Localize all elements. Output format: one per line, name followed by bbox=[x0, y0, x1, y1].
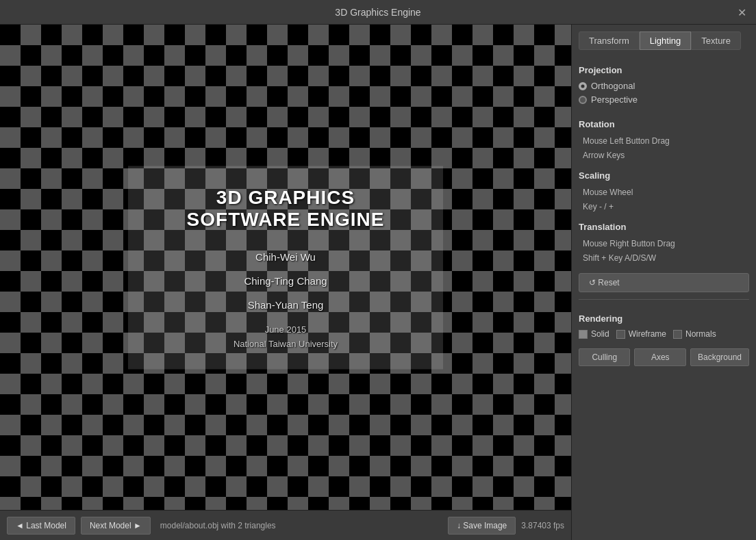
author-2: Ching-Ting Chang bbox=[169, 274, 402, 286]
tab-bar: Transform Lighting Texture bbox=[579, 31, 749, 50]
axes-button[interactable]: Axes bbox=[634, 348, 685, 366]
solid-checkbox[interactable] bbox=[579, 330, 588, 339]
projection-group: Orthogonal Perspective bbox=[579, 81, 749, 108]
rotation-label: Rotation bbox=[579, 119, 749, 129]
orthogonal-label: Orthogonal bbox=[591, 81, 635, 91]
translation-item-0: Mouse Right Button Drag bbox=[579, 237, 749, 250]
canvas-overlay: 3D GRAPHICS SOFTWARE ENGINE Chih-Wei Wu … bbox=[128, 166, 443, 369]
rendering-label: Rendering bbox=[579, 313, 749, 324]
last-model-button[interactable]: ◄ Last Model bbox=[7, 517, 75, 535]
next-model-button[interactable]: Next Model ► bbox=[81, 517, 151, 535]
scaling-item-1: Key - / + bbox=[579, 201, 749, 213]
wireframe-checkbox-item[interactable]: Wireframe bbox=[616, 329, 666, 339]
normals-checkbox-item[interactable]: Normals bbox=[673, 329, 716, 339]
translation-label: Translation bbox=[579, 222, 749, 232]
divider bbox=[579, 299, 749, 300]
save-image-button[interactable]: ↓ Save Image bbox=[448, 517, 516, 535]
perspective-label: Perspective bbox=[591, 94, 638, 105]
culling-button[interactable]: Culling bbox=[579, 348, 630, 366]
bottom-bar: ◄ Last Model Next Model ► model/about.ob… bbox=[0, 510, 571, 540]
fps-display: 3.87403 fps bbox=[521, 521, 564, 530]
projection-label: Projection bbox=[579, 65, 749, 75]
perspective-option[interactable]: Perspective bbox=[579, 94, 749, 105]
model-info: model/about.obj with 2 triangles bbox=[160, 521, 442, 530]
solid-checkbox-item[interactable]: Solid bbox=[579, 329, 609, 339]
wireframe-label: Wireframe bbox=[629, 329, 666, 339]
rotation-item-1: Arrow Keys bbox=[579, 149, 749, 162]
normals-checkbox[interactable] bbox=[673, 330, 682, 339]
canvas-main-title: 3D GRAPHICS SOFTWARE ENGINE bbox=[169, 186, 402, 230]
canvas-date: June 2015 bbox=[169, 324, 402, 334]
translation-item-1: Shift + Key A/D/S/W bbox=[579, 252, 749, 264]
tab-lighting[interactable]: Lighting bbox=[640, 31, 692, 50]
author-3: Shan-Yuan Teng bbox=[169, 298, 402, 310]
tab-transform[interactable]: Transform bbox=[579, 31, 640, 50]
solid-label: Solid bbox=[591, 329, 609, 339]
rendering-checkboxes: Solid Wireframe Normals bbox=[579, 329, 749, 339]
normals-label: Normals bbox=[685, 329, 716, 339]
rotation-item-0: Mouse Left Button Drag bbox=[579, 135, 749, 147]
canvas-area: 3D GRAPHICS SOFTWARE ENGINE Chih-Wei Wu … bbox=[0, 25, 571, 540]
reset-button[interactable]: ↺ Reset bbox=[579, 273, 749, 292]
titlebar: 3D Graphics Engine ✕ bbox=[0, 0, 756, 25]
scaling-item-0: Mouse Wheel bbox=[579, 186, 749, 198]
viewport[interactable]: 3D GRAPHICS SOFTWARE ENGINE Chih-Wei Wu … bbox=[0, 25, 571, 510]
orthogonal-radio[interactable] bbox=[579, 82, 587, 90]
close-button[interactable]: ✕ bbox=[738, 5, 746, 18]
author-1: Chih-Wei Wu bbox=[169, 250, 402, 262]
tab-texture[interactable]: Texture bbox=[691, 31, 741, 50]
render-buttons-row: Culling Axes Background bbox=[579, 348, 749, 366]
canvas-institution: National Taiwan University bbox=[169, 338, 402, 348]
scaling-label: Scaling bbox=[579, 170, 749, 181]
main-container: 3D GRAPHICS SOFTWARE ENGINE Chih-Wei Wu … bbox=[0, 25, 756, 540]
orthogonal-option[interactable]: Orthogonal bbox=[579, 81, 749, 91]
wireframe-checkbox[interactable] bbox=[616, 330, 625, 339]
right-panel: Transform Lighting Texture Projection Or… bbox=[571, 25, 756, 540]
window-title: 3D Graphics Engine bbox=[335, 7, 420, 18]
background-button[interactable]: Background bbox=[690, 348, 749, 366]
perspective-radio[interactable] bbox=[579, 96, 587, 104]
